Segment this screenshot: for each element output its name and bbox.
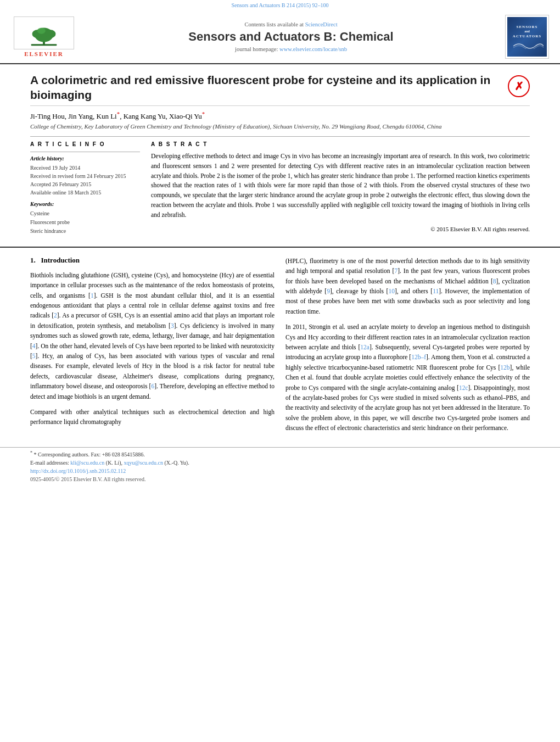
keywords-block: Keywords: Cysteine Fluorescent probe Ste…	[30, 201, 140, 236]
crossmark-icon: ✗	[514, 80, 524, 93]
ref-5[interactable]: 5	[32, 353, 36, 359]
article-title: A colorimetric and red emissive fluoresc…	[30, 72, 508, 103]
ref-12c[interactable]: 12c	[459, 384, 468, 391]
keywords-label: Keywords:	[30, 201, 140, 207]
logo-image	[14, 16, 74, 49]
ref-6[interactable]: 6	[151, 383, 154, 389]
intro-heading: 1. Introduction	[30, 256, 275, 265]
top-bar: Sensors and Actuators B 214 (2015) 92–10…	[0, 0, 560, 9]
email-link-2[interactable]: xqyu@scu.edu.cn	[124, 460, 163, 466]
article-info-abstract: A R T I C L E I N F O Article history: R…	[30, 136, 530, 236]
journal-center: Contents lists available at ScienceDirec…	[77, 21, 505, 52]
accepted-date: Accepted 26 February 2015	[30, 180, 140, 188]
affiliation: College of Chemistry, Key Laboratory of …	[30, 123, 530, 130]
svg-point-3	[46, 30, 56, 38]
ref-7[interactable]: 7	[394, 267, 397, 274]
ref-12b-f[interactable]: 12b–f	[411, 354, 426, 360]
abstract-section: A B S T R A C T Developing effective met…	[151, 141, 530, 236]
sensors-text: SENSORS and ACTUATORS	[513, 25, 541, 39]
ref-8[interactable]: 8	[493, 278, 496, 284]
sciencedirect-link[interactable]: ScienceDirect	[305, 21, 338, 27]
journal-homepage: journal homepage: www.elsevier.com/locat…	[88, 46, 494, 52]
intro-paragraph-2: Compared with other analytical technique…	[30, 407, 275, 427]
available-date: Available online 18 March 2015	[30, 188, 140, 197]
ref-12b[interactable]: 12b	[500, 364, 509, 371]
journal-title-header: Sensors and Actuators B: Chemical	[88, 30, 494, 44]
article-info-panel: A R T I C L E I N F O Article history: R…	[30, 141, 140, 236]
doi-link[interactable]: http://dx.doi.org/10.1016/j.snb.2015.02.…	[30, 468, 530, 474]
sensors-logo: SENSORS and ACTUATORS	[505, 15, 549, 59]
history-label: Article history:	[30, 155, 140, 161]
abstract-heading: A B S T R A C T	[151, 141, 530, 147]
authors: Ji-Ting Hou, Jin Yang, Kun Li*, Kang Kan…	[30, 110, 530, 121]
email-link-1[interactable]: kli@scu.edu.cn	[70, 460, 104, 466]
footnote-corresponding: * * Corresponding authors. Fax: +86 028 …	[30, 450, 530, 458]
keyword-steric: Steric hindrance	[30, 227, 140, 236]
elsevier-logo: ELSEVIER	[11, 16, 77, 57]
sensors-logo-inner: SENSORS and ACTUATORS	[507, 17, 547, 57]
contents-line: Contents lists available at ScienceDirec…	[88, 21, 494, 27]
issn-line: 0925-4005/© 2015 Elsevier B.V. All right…	[30, 476, 530, 482]
keyword-probe: Fluorescent probe	[30, 218, 140, 227]
ref-4[interactable]: 4	[32, 343, 36, 349]
article-info-heading: A R T I C L E I N F O	[30, 141, 140, 147]
article-footer: * * Corresponding authors. Fax: +86 028 …	[0, 447, 560, 487]
article-content: A colorimetric and red emissive fluoresc…	[0, 64, 560, 241]
ref-3[interactable]: 3	[171, 322, 174, 329]
right-paragraph-2: In 2011, Strongin et al. used an acrylat…	[285, 322, 530, 433]
crossmark-badge[interactable]: ✗	[508, 75, 530, 97]
keyword-cysteine: Cysteine	[30, 209, 140, 218]
ref-2[interactable]: 2	[54, 312, 57, 319]
elsevier-tree-icon	[25, 24, 63, 47]
revised-date: Received in revised form 24 February 201…	[30, 172, 140, 180]
ref-12a[interactable]: 12a	[360, 344, 369, 350]
footnote-emails: E-mail addresses: kli@scu.edu.cn (K. Li)…	[30, 460, 530, 466]
left-column: 1. Introduction Biothiols including glut…	[30, 256, 275, 439]
journal-citation: Sensors and Actuators B 214 (2015) 92–10…	[231, 2, 328, 8]
sensors-wave-icon	[511, 41, 544, 49]
copyright: © 2015 Elsevier B.V. All rights reserved…	[151, 225, 530, 234]
ref-11[interactable]: 11	[433, 288, 439, 294]
svg-point-4	[37, 27, 46, 34]
elsevier-wordmark: ELSEVIER	[24, 51, 64, 57]
svg-rect-5	[31, 44, 57, 46]
received-date: Received 19 July 2014	[30, 164, 140, 172]
body-section: 1. Introduction Biothiols including glut…	[0, 247, 560, 447]
intro-paragraph-1: Biothiols including glutathione (GSH), c…	[30, 270, 275, 401]
ref-1[interactable]: 1	[91, 292, 94, 299]
right-paragraph-1: (HPLC), fluorimetry is one of the most p…	[285, 256, 530, 316]
ref-10[interactable]: 10	[388, 288, 395, 294]
homepage-url[interactable]: www.elsevier.com/locate/snb	[279, 46, 347, 52]
journal-header: ELSEVIER Contents lists available at Sci…	[0, 9, 560, 64]
abstract-text: Developing effective methods to detect a…	[151, 152, 530, 234]
history-block: Article history: Received 19 July 2014 R…	[30, 152, 140, 197]
article-title-section: A colorimetric and red emissive fluoresc…	[30, 72, 530, 106]
ref-9[interactable]: 9	[327, 288, 330, 294]
right-column: (HPLC), fluorimetry is one of the most p…	[285, 256, 530, 439]
